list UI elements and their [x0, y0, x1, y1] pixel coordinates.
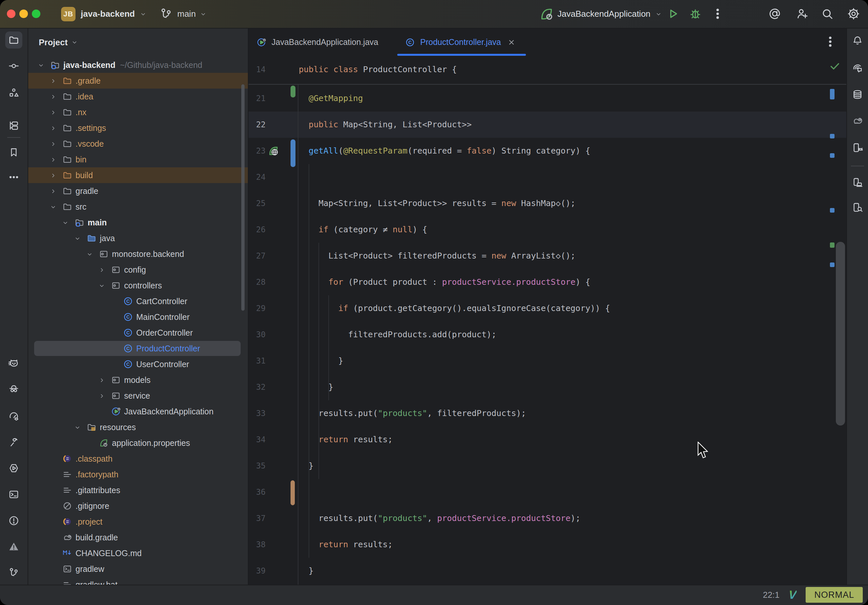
branch-selector[interactable]: main [177, 0, 207, 28]
tree-item-config[interactable]: config [28, 262, 248, 278]
minimize-window-button[interactable] [19, 9, 28, 18]
tree-item-gradlew.bat[interactable]: gradlew.bat [28, 577, 248, 585]
editor-tab-JavaBackendApplication.java[interactable]: JavaBackendApplication.java [248, 29, 405, 56]
chevron-right-icon[interactable] [98, 266, 105, 273]
tool-window-button-lint-warning[interactable] [5, 538, 22, 555]
line-number[interactable]: 31 [248, 348, 266, 374]
tree-item-bin[interactable]: bin [28, 152, 248, 167]
line-number[interactable]: 22 [248, 111, 266, 138]
debug-button[interactable] [689, 7, 702, 20]
tool-window-button-build[interactable] [5, 433, 22, 450]
tree-item-JavaBackendApplication[interactable]: JavaBackendApplication [28, 404, 248, 419]
line-number[interactable]: 25 [248, 190, 266, 217]
tree-item-resources[interactable]: resources [28, 419, 248, 435]
editor-tab-ProductController.java[interactable]: CProductController.java [397, 29, 534, 56]
project-selector[interactable]: java-backend [81, 0, 147, 28]
error-stripe-mark[interactable] [830, 263, 834, 267]
tree-item-application.properties[interactable]: application.properties [28, 435, 248, 451]
close-window-button[interactable] [7, 9, 16, 18]
tree-item-main[interactable]: main [28, 215, 248, 230]
tree-item-.vscode[interactable]: .vscode [28, 136, 248, 152]
tree-item-service[interactable]: service [28, 388, 248, 404]
tool-window-button-commit[interactable] [5, 57, 22, 74]
line-number[interactable]: 21 [248, 85, 266, 111]
editor-options-kebab-button[interactable] [824, 34, 837, 49]
tree-item-controllers[interactable]: controllers [28, 278, 248, 293]
chevron-down-icon[interactable] [86, 250, 93, 258]
code-with-me-button[interactable] [796, 7, 809, 20]
chevron-down-icon[interactable] [98, 282, 105, 289]
tree-item-java[interactable]: java [28, 230, 248, 246]
project-panel-header[interactable]: Project [39, 35, 78, 50]
chevron-right-icon[interactable] [98, 392, 105, 399]
tool-window-button-profiler[interactable] [5, 407, 22, 424]
tool-window-button-device-manager[interactable] [849, 139, 866, 156]
tool-window-button-version-control[interactable] [5, 564, 22, 581]
search-everywhere-button[interactable] [821, 7, 834, 20]
chevron-right-icon[interactable] [98, 376, 105, 384]
tree-item-src[interactable]: src [28, 199, 248, 215]
tree-item-.classpath[interactable]: .classpath [28, 451, 248, 467]
error-stripe-mark[interactable] [830, 208, 834, 213]
tree-item-.gitignore[interactable]: .gitignore [28, 498, 248, 514]
tree-item-CartController[interactable]: CCartController [28, 293, 248, 309]
vcs-change-marker-tan[interactable] [291, 480, 295, 505]
tree-item-.settings[interactable]: .settings [28, 120, 248, 136]
line-number[interactable]: 37 [248, 505, 266, 532]
tool-window-button-bookmarks[interactable] [5, 144, 22, 161]
chevron-down-icon[interactable] [37, 61, 45, 68]
line-number[interactable]: 33 [248, 400, 266, 427]
chevron-right-icon[interactable] [50, 77, 57, 84]
tool-window-button-logcat[interactable] [5, 355, 22, 372]
error-stripe-mark[interactable] [830, 243, 834, 248]
tree-item-UserController[interactable]: CUserController [28, 356, 248, 372]
chevron-down-icon[interactable] [74, 424, 81, 431]
line-number[interactable]: 27 [248, 243, 266, 269]
line-number[interactable]: 38 [248, 532, 266, 558]
tree-item-monostore.backend[interactable]: monostore.backend [28, 246, 248, 262]
tool-window-button-app-inspection[interactable] [5, 381, 22, 398]
project-tree-scrollbar[interactable] [241, 84, 245, 311]
line-number[interactable]: 34 [248, 427, 266, 453]
chevron-right-icon[interactable] [50, 187, 57, 195]
tree-item-.gradle[interactable]: .gradle [28, 73, 248, 88]
chevron-down-icon[interactable] [62, 219, 69, 226]
tree-item-models[interactable]: models [28, 372, 248, 388]
tree-item-.nx[interactable]: .nx [28, 104, 248, 120]
tool-window-button-structure[interactable] [5, 84, 22, 101]
tool-window-button-notifications[interactable] [849, 32, 866, 49]
line-number[interactable]: 30 [248, 322, 266, 348]
chevron-right-icon[interactable] [50, 156, 57, 163]
chevron-right-icon[interactable] [50, 108, 57, 116]
tree-item-gradlew[interactable]: gradlew [28, 561, 248, 577]
more-actions-button[interactable] [711, 7, 724, 20]
caret-position-widget[interactable]: 22:1 [763, 590, 780, 600]
tool-window-button-build-variants[interactable] [5, 117, 22, 134]
chevron-right-icon[interactable] [50, 140, 57, 147]
inspections-ok-check-icon[interactable] [829, 60, 841, 72]
tree-item-.idea[interactable]: .idea [28, 88, 248, 104]
chevron-right-icon[interactable] [50, 124, 57, 132]
line-number[interactable]: 24 [248, 164, 266, 190]
ai-assistant-button[interactable] [768, 7, 781, 20]
tree-item-.gitattributes[interactable]: .gitattributes [28, 482, 248, 498]
chevron-right-icon[interactable] [50, 93, 57, 100]
line-number[interactable]: 39 [248, 558, 266, 584]
tree-item-build.gradle[interactable]: build.gradle [28, 529, 248, 545]
tree-item-build[interactable]: build [28, 167, 248, 183]
tool-window-button-database[interactable] [849, 86, 866, 103]
line-number[interactable]: 26 [248, 217, 266, 243]
ideavim-icon[interactable]: V [788, 588, 797, 602]
tree-item-MainController[interactable]: CMainController [28, 309, 248, 325]
line-number[interactable]: 29 [248, 295, 266, 322]
error-stripe-mark[interactable] [830, 89, 834, 99]
line-number[interactable]: 36 [248, 479, 266, 505]
tree-item-ProductController[interactable]: CProductController [28, 340, 248, 356]
tool-window-button-more[interactable] [5, 169, 22, 186]
chevron-down-icon[interactable] [50, 203, 57, 210]
line-number[interactable]: 14 [248, 56, 266, 82]
line-number[interactable]: 28 [248, 269, 266, 295]
tree-item-.factorypath[interactable]: .factorypath [28, 467, 248, 482]
tree-item-CHANGELOG.md[interactable]: CHANGELOG.md [28, 545, 248, 561]
run-configuration-selector[interactable]: JavaBackendApplication [558, 0, 662, 28]
